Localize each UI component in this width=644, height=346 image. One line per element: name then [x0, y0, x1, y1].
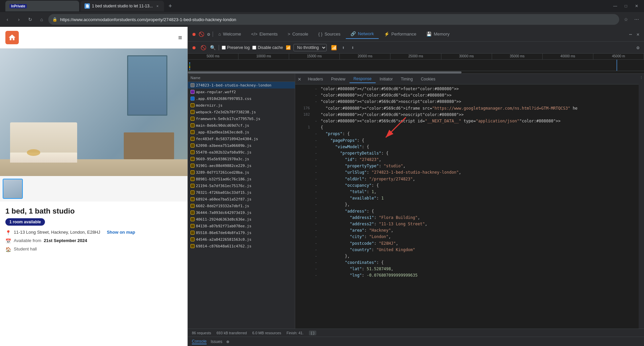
tab-sources[interactable]: { } Sources — [314, 30, 345, 39]
star-button[interactable]: ☆ — [621, 15, 631, 24]
network-item[interactable]: modernizr.js — [188, 102, 295, 109]
network-item-name: 36444-7a093dc642973d19.js — [196, 211, 292, 215]
line-content: "lng": -0.076807099999999635 — [321, 272, 636, 279]
network-item[interactable]: 6602-8dd2f19332a7dbf1.js — [188, 203, 295, 209]
response-panel: ✕ Headers Preview Response Initiator Tim… — [295, 74, 639, 329]
inprivate-tab[interactable]: InPrivate — [5, 1, 79, 11]
file-type-icon — [191, 143, 195, 148]
timeline-label-8: 40000 ms — [543, 54, 593, 59]
thumbnail-1[interactable] — [3, 179, 23, 199]
tab-welcome[interactable]: ⌂ Welcome — [214, 30, 246, 39]
network-item[interactable]: 84138-a07b92f71ab078ee.js — [188, 223, 295, 229]
network-item[interactable]: 68924-a60ee7ba51a52f87.js — [188, 196, 295, 203]
file-type-icon — [191, 217, 195, 221]
side-panel: ⋮ — [639, 74, 644, 329]
disable-cache-label[interactable]: Disable cache — [252, 45, 283, 50]
line-dash: - — [314, 92, 318, 99]
nav-actions: ☆ ⋯ — [621, 15, 641, 24]
show-on-map-link[interactable]: Show on map — [107, 230, 135, 235]
console-tab-btn[interactable]: Console — [192, 339, 207, 344]
network-item[interactable]: 62098-a3beea751a06609b.js — [188, 142, 295, 149]
preserve-log-checkbox[interactable] — [222, 46, 226, 50]
issues-tab-btn[interactable]: Issues — [211, 339, 222, 344]
network-item[interactable]: _app-02ad9ea1b63ecde8.js — [188, 129, 295, 135]
no-throttling-icon: 📶 — [286, 45, 291, 50]
timeline-label-1: 5000 ms — [188, 54, 238, 59]
network-item[interactable]: webpack-f2e3d2b78f738238.js — [188, 109, 295, 115]
stop-recording-button[interactable]: ⏺ — [191, 44, 197, 51]
upload-button[interactable]: ⬆ — [340, 44, 347, 51]
network-item[interactable]: 44546-a2a84226581563c0.js — [188, 236, 295, 243]
code-line: - "address2": "11-13 Long Street", — [295, 221, 639, 227]
tab-close-button[interactable]: × — [155, 3, 160, 9]
line-content: "total": 1, — [321, 189, 636, 195]
address-bar[interactable]: 🔒 https://www.accommodationforstudents.c… — [48, 14, 619, 25]
network-item[interactable]: 3289-0d7f17261ced28ba.js — [188, 169, 295, 176]
disable-cache-checkbox[interactable] — [252, 46, 256, 50]
room-scene — [0, 49, 187, 176]
filter-button[interactable]: ⚙ — [205, 31, 212, 38]
tab-initiator[interactable]: Initiator — [376, 75, 397, 83]
clear-network-button[interactable]: 🚫 — [200, 44, 207, 51]
resize-handle[interactable]: ⋮ — [639, 75, 643, 79]
back-button[interactable]: ‹ — [3, 15, 12, 24]
tab-timing[interactable]: Timing — [397, 75, 417, 83]
clear-button[interactable]: 🚫 — [198, 31, 205, 38]
new-tab-button[interactable]: + — [165, 1, 175, 11]
network-item[interactable]: fec483df-8c583710942e4304.js — [188, 135, 295, 142]
timeline-scrollbar[interactable] — [188, 71, 644, 73]
forward-button[interactable]: › — [14, 15, 23, 24]
line-dash: - — [314, 227, 318, 234]
network-item[interactable]: main-8eb6c90dcd69d7cf.js — [188, 122, 295, 129]
network-item[interactable]: 21194-5a7df361ec75176c.js — [188, 182, 295, 189]
timeline-scrollbar-thumb[interactable] — [188, 71, 462, 73]
preserve-log-label[interactable]: Preserve log — [222, 45, 250, 50]
home-button[interactable]: ⌂ — [37, 15, 46, 24]
add-tab-button[interactable]: ⊕ — [226, 339, 229, 344]
network-item[interactable]: .app.6910d2686f997853.css — [188, 95, 295, 102]
network-item[interactable]: 69814-c876b48a611c4762.js — [188, 243, 295, 249]
network-item[interactable]: 40611-2924d6363d8c636e.js — [188, 216, 295, 223]
network-item[interactable]: 70321-4726ba01bc33df15.js — [188, 189, 295, 196]
network-item[interactable]: 55478-ea302b32afb8a99c.js — [188, 149, 295, 156]
network-item[interactable]: framework-5e0cb17ce77957b5.js — [188, 115, 295, 122]
settings-button[interactable]: ⋯ — [632, 15, 641, 24]
tab-memory[interactable]: 💾 Memory — [422, 30, 454, 39]
tab-headers[interactable]: Headers — [304, 75, 327, 83]
network-item[interactable]: 9669-95a5b93861970a3c.js — [188, 156, 295, 162]
active-tab[interactable]: 📄 1 bed student studio to let 11-13... × — [80, 1, 164, 11]
student-hall-label: Student hall — [14, 246, 37, 251]
network-item[interactable]: apax-regular.woff2 — [188, 89, 295, 95]
tab-network[interactable]: 🔗 Network — [346, 29, 379, 39]
network-item[interactable]: 36444-7a093dc642973d19.js — [188, 209, 295, 216]
more-tools-button[interactable]: ⋯ — [627, 31, 634, 38]
tab-performance[interactable]: ⚡ Performance — [379, 30, 421, 39]
js-badge[interactable]: { } — [309, 331, 316, 335]
hamburger-menu[interactable]: ≡ — [178, 34, 182, 42]
throttling-select[interactable]: No throttling — [293, 44, 327, 51]
close-panel-button[interactable]: ✕ — [298, 76, 301, 82]
search-network-button[interactable]: 🔍 — [209, 44, 216, 51]
maximize-button[interactable]: □ — [621, 1, 631, 11]
network-item[interactable]: 91901-aec08d49882ce229.js — [188, 162, 295, 169]
record-button[interactable]: ⏺ — [191, 31, 197, 38]
minimize-button[interactable]: — — [610, 1, 620, 11]
network-item[interactable]: 274823-1-bed-studio-hackney-london — [188, 82, 295, 89]
devtools-settings[interactable]: ⚙ — [635, 44, 641, 51]
tab-preview[interactable]: Preview — [327, 75, 350, 83]
line-dash: - — [314, 169, 318, 176]
network-item[interactable]: 88981-b32f51ad6c76c186.js — [188, 176, 295, 182]
tab-console[interactable]: > Console — [283, 30, 313, 39]
network-item-name: 6602-8dd2f19332a7dbf1.js — [196, 204, 292, 208]
refresh-button[interactable]: ↻ — [25, 15, 35, 24]
settings-devtools-button[interactable]: ✕ — [635, 31, 641, 38]
tab-response[interactable]: Response — [350, 75, 376, 83]
tab-cookies[interactable]: Cookies — [417, 75, 439, 83]
online-indicator[interactable]: 📶 — [331, 44, 337, 51]
line-content: "urlSlug": "274823-1-bed-studio-hackney-… — [321, 169, 636, 176]
close-button[interactable]: ✕ — [632, 1, 641, 11]
download-button[interactable]: ⬇ — [350, 44, 356, 51]
requests-count: 86 requests — [192, 331, 211, 335]
tab-elements[interactable]: </> Elements — [247, 30, 282, 39]
network-item[interactable]: 85518-86e67de64b8fa179.js — [188, 229, 295, 236]
